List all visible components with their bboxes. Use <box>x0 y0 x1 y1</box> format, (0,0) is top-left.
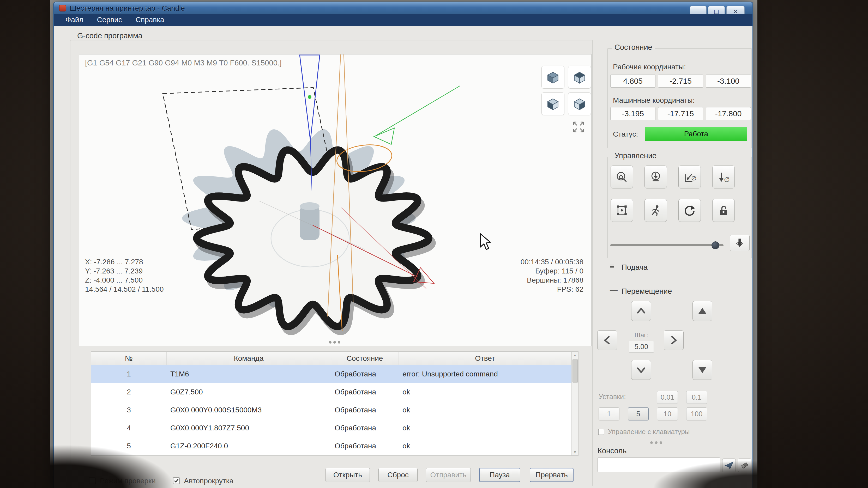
view-top-button[interactable] <box>568 66 591 89</box>
panel-splitter[interactable] <box>649 440 663 445</box>
column-state[interactable]: Состояние <box>331 352 399 365</box>
jog-section-title[interactable]: Перемещение <box>622 287 672 296</box>
view-front-button[interactable] <box>541 92 564 115</box>
menubar: Файл Сервис Справка <box>54 14 752 26</box>
jog-up-button[interactable] <box>631 301 651 321</box>
abort-button[interactable]: Прервать <box>530 468 574 482</box>
spindle-speed-slider[interactable] <box>610 244 723 246</box>
home-button[interactable] <box>611 166 633 189</box>
row-number: 5 <box>91 437 167 455</box>
status-label: Статус: <box>613 130 638 138</box>
step-preset-01-button[interactable]: 0.1 <box>686 391 707 404</box>
scroll-thumb[interactable] <box>572 359 578 383</box>
slider-handle[interactable] <box>712 241 719 249</box>
table-row[interactable]: 1 T1M6 Обработана error: Unsupported com… <box>91 365 571 383</box>
machine-y-field: -17.715 <box>658 107 703 120</box>
send-button[interactable]: Отправить <box>426 468 471 482</box>
row-state: Обработана <box>331 383 399 401</box>
row-number: 1 <box>91 365 167 383</box>
fps-stat: FPS: 62 <box>557 285 584 294</box>
home-search-icon <box>615 170 628 184</box>
monitor-screen: Шестерня на принтер.tap - Candle – □ × Ф… <box>50 0 757 488</box>
jog-left-button[interactable] <box>597 330 617 350</box>
row-response: ok <box>399 401 571 419</box>
unlock-button[interactable] <box>712 199 735 222</box>
view-isometric-button[interactable] <box>541 66 564 89</box>
buffer-stat: Буфер: 115 / 0 <box>535 266 584 275</box>
spindle-button[interactable] <box>730 235 750 251</box>
console-title: Консоль <box>597 447 626 455</box>
bounds-x: X: -7.286 ... 7.278 <box>85 257 143 266</box>
center-hub-top <box>300 202 319 210</box>
machine-coords-label: Машинные координаты: <box>613 96 694 104</box>
candle-window: Шестерня на принтер.tap - Candle – □ × Ф… <box>53 2 753 488</box>
console-input[interactable] <box>597 457 720 472</box>
menu-file[interactable]: Файл <box>59 14 90 26</box>
z-down-button[interactable] <box>692 360 712 380</box>
row-state: Обработана <box>331 401 399 419</box>
jog-right-button[interactable] <box>664 330 684 350</box>
keyboard-control-checkbox[interactable] <box>598 429 604 435</box>
table-row[interactable]: 2 G0Z7.500 Обработана ok <box>91 383 571 401</box>
safe-position-button[interactable] <box>645 199 667 222</box>
pause-button[interactable]: Пауза <box>479 468 520 482</box>
step-preset-001-button[interactable]: 0.01 <box>657 391 678 404</box>
step-preset-1-button[interactable]: 1 <box>598 408 619 421</box>
zero-z-icon: ∅ <box>717 170 730 184</box>
row-response: error: Unsupported command <box>399 365 571 383</box>
probe-icon <box>649 170 662 184</box>
view-side-button[interactable] <box>568 92 591 115</box>
column-command[interactable]: Команда <box>167 352 331 365</box>
eraser-icon <box>740 461 749 470</box>
menu-help[interactable]: Справка <box>129 14 171 26</box>
center-hub <box>300 206 319 240</box>
row-command: G0X0.000Y1.807Z7.500 <box>167 419 331 437</box>
scroll-up-button[interactable]: ▲ <box>572 352 578 358</box>
jog-down-button[interactable] <box>631 360 651 380</box>
toolpath-viewport[interactable]: [G1 G54 G17 G21 G90 G94 M0 M3 M9 T0 F600… <box>79 54 592 346</box>
table-row[interactable]: 4 G0X0.000Y1.807Z7.500 Обработана ok <box>91 419 571 437</box>
reset-button-icon[interactable] <box>678 199 701 222</box>
step-preset-10-button[interactable]: 10 <box>657 408 678 421</box>
parser-state-line: [G1 G54 G17 G21 G90 G94 M0 M3 M9 T0 F600… <box>85 59 282 67</box>
collapse-icon[interactable]: — <box>610 286 618 294</box>
feed-section-title[interactable]: Подача <box>622 263 648 272</box>
table-scrollbar[interactable]: ▲ ▼ <box>571 352 578 455</box>
state-group-title: Состояние <box>612 43 655 52</box>
column-number[interactable]: № <box>91 352 167 365</box>
reset-button[interactable]: Сброс <box>378 468 417 482</box>
z-up-button[interactable] <box>692 301 712 321</box>
table-row[interactable]: 5 G1Z-0.200F240.0 Обработана ok <box>91 437 571 455</box>
z-probe-button[interactable] <box>645 166 667 189</box>
column-response[interactable]: Ответ <box>399 352 571 365</box>
step-preset-5-button[interactable]: 5 <box>628 408 649 421</box>
work-coords-label: Рабочие координаты: <box>613 63 686 71</box>
row-response: ok <box>399 419 571 437</box>
app-icon <box>59 5 66 11</box>
restore-origin-button[interactable] <box>611 199 633 222</box>
machine-z-field: -17.800 <box>706 107 751 120</box>
origin-box-icon <box>615 204 628 217</box>
menu-service[interactable]: Сервис <box>90 14 129 26</box>
toolpath-canvas <box>79 55 592 346</box>
console-clear-button[interactable] <box>738 459 751 472</box>
scroll-down-button[interactable]: ▼ <box>572 449 578 455</box>
zero-z-button[interactable]: ∅ <box>712 166 735 189</box>
step-value-select[interactable]: 5.00 <box>629 341 654 353</box>
autoscroll-checkbox[interactable] <box>173 477 180 484</box>
row-number: 3 <box>91 401 167 419</box>
step-preset-100-button[interactable]: 100 <box>686 408 707 421</box>
y-axis-line <box>376 86 460 136</box>
titlebar[interactable]: Шестерня на принтер.tap - Candle – □ × <box>54 2 752 14</box>
hamburger-icon[interactable]: ≡ <box>610 262 615 271</box>
check-mode-checkbox[interactable] <box>89 477 96 484</box>
zero-xy-button[interactable]: ∅ <box>678 166 701 189</box>
open-button[interactable]: Открыть <box>326 468 370 482</box>
row-state: Обработана <box>331 437 399 455</box>
bounds-size: 14.564 / 14.502 / 11.500 <box>85 285 164 294</box>
expand-arrows-icon <box>572 121 585 133</box>
fit-view-button[interactable] <box>571 119 586 135</box>
table-row[interactable]: 3 G0X0.000Y0.000S15000M3 Обработана ok <box>91 401 571 419</box>
console-send-button[interactable] <box>722 459 736 472</box>
gcode-group-title: G-code программа <box>74 32 145 40</box>
